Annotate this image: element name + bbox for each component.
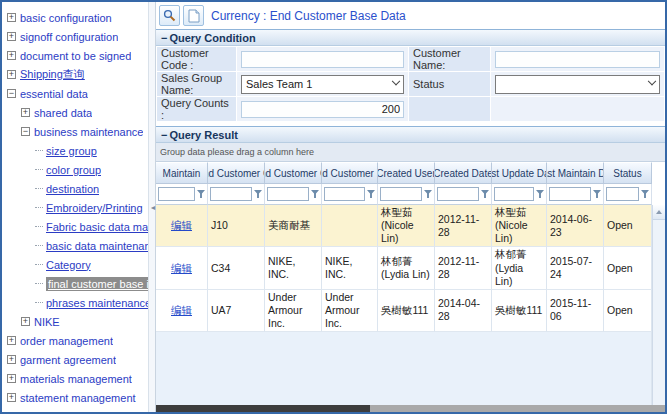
collapse-section-icon[interactable]: − (161, 32, 167, 44)
sidebar-item-label[interactable]: shared data (34, 107, 92, 119)
sidebar-item[interactable]: +document to be signed (2, 46, 148, 65)
column-filter-input[interactable] (380, 187, 422, 201)
filter-funnel-icon[interactable] (641, 190, 649, 198)
filter-funnel-icon[interactable] (311, 190, 319, 198)
sidebar-item-label[interactable]: garment agreement (20, 354, 116, 366)
query-result-header[interactable]: − Query Result (156, 126, 665, 143)
edit-link[interactable]: 编辑 (171, 219, 192, 232)
column-filter-input[interactable] (324, 187, 365, 201)
column-header[interactable]: Maintain (156, 162, 208, 184)
sidebar-item-label[interactable]: order management (20, 335, 113, 347)
expand-icon[interactable]: + (7, 51, 16, 60)
sidebar-item-label[interactable]: Fabric basic data maintenance (46, 221, 148, 233)
expand-icon[interactable]: + (7, 374, 16, 383)
sidebar-item[interactable]: color group (2, 160, 148, 179)
sidebar-item[interactable]: +materials management (2, 369, 148, 388)
table-row[interactable]: 编辑J10美商耐基林聖茹(Nicole Lin)2012-11-28林聖茹(Ni… (156, 205, 652, 247)
customer-name-input[interactable] (495, 51, 660, 68)
sidebar-item-label[interactable]: Category (46, 259, 91, 271)
filter-funnel-icon[interactable] (254, 190, 262, 198)
filter-funnel-icon[interactable] (481, 190, 489, 198)
sidebar-item-label[interactable]: materials management (20, 373, 132, 385)
query-button[interactable] (159, 5, 180, 26)
expand-icon[interactable]: + (21, 108, 30, 117)
column-header[interactable]: Status (604, 162, 652, 184)
sidebar-item-label[interactable]: phrases maintenance (46, 297, 148, 309)
sidebar-item[interactable]: −essential data (2, 84, 148, 103)
sidebar-item[interactable]: +shared data (2, 103, 148, 122)
sidebar-item-label[interactable]: basic configuration (20, 12, 112, 24)
column-filter-input[interactable] (494, 187, 534, 201)
column-filter-input[interactable] (210, 187, 252, 201)
group-by-bar[interactable]: Group data please drag a column here (156, 143, 665, 162)
expand-icon[interactable]: + (7, 32, 16, 41)
sidebar-item-label[interactable]: basic data maintenance of accessories (46, 240, 148, 252)
sales-group-select[interactable]: Sales Team 1 (241, 75, 404, 94)
column-header[interactable]: End Customer Ch (265, 162, 322, 184)
expand-icon[interactable]: + (7, 393, 16, 402)
vertical-scrollbar[interactable] (652, 205, 665, 405)
expand-icon[interactable]: + (7, 336, 16, 345)
query-counts-input[interactable] (241, 101, 404, 118)
table-row[interactable]: 编辑UA7Under Armour Inc.Under Armour Inc.吳… (156, 290, 652, 332)
edit-link[interactable]: 编辑 (171, 262, 192, 275)
sidebar-item-label[interactable]: color group (46, 164, 101, 176)
sidebar-item[interactable]: Fabric basic data maintenance (2, 217, 148, 236)
column-header[interactable]: End Customer Co (208, 162, 265, 184)
column-header[interactable]: End Customer En (322, 162, 378, 184)
sidebar-item[interactable]: basic data maintenance of accessories (2, 236, 148, 255)
sidebar-item[interactable]: destination (2, 179, 148, 198)
sidebar-item[interactable]: +Shipping查询 (2, 65, 148, 84)
sidebar-item-label[interactable]: essential data (20, 88, 88, 100)
collapse-section-icon[interactable]: − (161, 129, 167, 141)
sidebar-item[interactable]: +basic configuration (2, 8, 148, 27)
expand-icon[interactable]: + (7, 13, 16, 22)
sidebar-item[interactable]: Embroidery/Printing (2, 198, 148, 217)
filter-funnel-icon[interactable] (593, 190, 601, 198)
sidebar-item[interactable]: +Raw materials delivery (2, 407, 148, 412)
horizontal-scrollbar[interactable] (156, 405, 665, 412)
sidebar-item-label[interactable]: business maintenance (34, 126, 143, 138)
column-filter-input[interactable] (606, 187, 639, 201)
column-header[interactable]: Last Maintain Dat (547, 162, 604, 184)
query-condition-header[interactable]: − Query Condition (156, 29, 665, 46)
filter-funnel-icon[interactable] (536, 190, 544, 198)
sidebar-item-label[interactable]: destination (46, 183, 99, 195)
collapse-icon[interactable]: − (21, 127, 30, 136)
sidebar-item[interactable]: size group (2, 141, 148, 160)
sidebar-item[interactable]: phrases maintenance (2, 293, 148, 312)
horizontal-scrollbar-thumb[interactable] (156, 405, 370, 412)
sidebar-item-label[interactable]: NIKE (34, 316, 60, 328)
sidebar-item-label[interactable]: Embroidery/Printing (46, 202, 143, 214)
edit-link[interactable]: 编辑 (171, 304, 192, 317)
sidebar-item-label[interactable]: Raw materials delivery (20, 411, 131, 413)
expand-icon[interactable]: + (7, 70, 16, 79)
sidebar-item[interactable]: +statement management (2, 388, 148, 407)
column-filter-input[interactable] (158, 187, 195, 201)
column-filter-input[interactable] (437, 187, 479, 201)
collapse-sidebar-icon[interactable]: ◄ (149, 204, 157, 211)
column-filter-input[interactable] (549, 187, 591, 201)
table-row[interactable]: 编辑C34NIKE, INC.NIKE, INC.林郁菁(Lydia Lin)2… (156, 247, 652, 289)
expand-icon[interactable]: + (7, 355, 16, 364)
scroll-up-icon[interactable] (653, 205, 666, 220)
sidebar-item[interactable]: +order management (2, 331, 148, 350)
new-button[interactable] (183, 5, 204, 26)
column-filter-input[interactable] (267, 187, 309, 201)
column-header[interactable]: Created User (378, 162, 435, 184)
filter-funnel-icon[interactable] (197, 190, 205, 198)
column-header[interactable]: Created Date (435, 162, 492, 184)
sidebar-item[interactable]: +garment agreement (2, 350, 148, 369)
sidebar-item-label[interactable]: final customer base information (46, 277, 148, 291)
collapse-icon[interactable]: − (7, 89, 16, 98)
expand-icon[interactable]: + (21, 317, 30, 326)
column-header[interactable]: Last Update Date (492, 162, 547, 184)
sidebar-item[interactable]: +NIKE (2, 312, 148, 331)
customer-code-input[interactable] (241, 51, 404, 68)
sidebar-item-label[interactable]: Shipping查询 (20, 67, 85, 82)
sidebar-item-label[interactable]: document to be signed (20, 50, 131, 62)
filter-funnel-icon[interactable] (367, 190, 375, 198)
sidebar-item[interactable]: final customer base information (2, 274, 148, 293)
sidebar-item[interactable]: −business maintenance (2, 122, 148, 141)
sidebar-item-label[interactable]: statement management (20, 392, 136, 404)
